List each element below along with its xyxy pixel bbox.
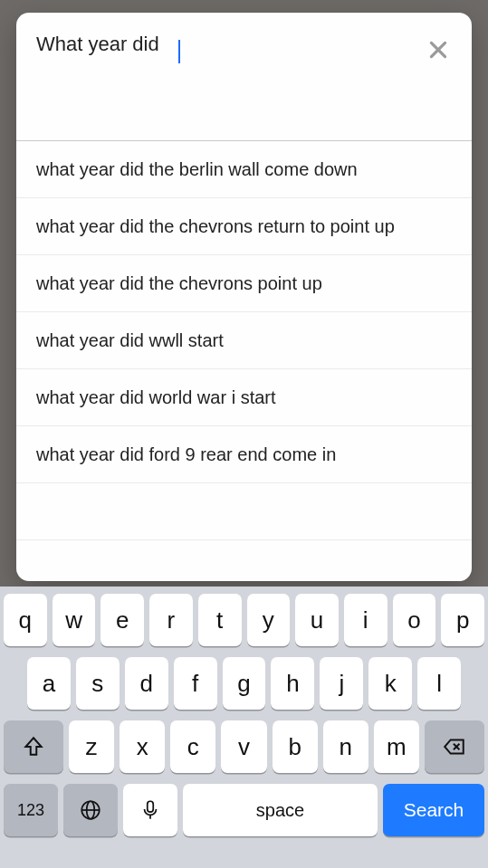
key-search[interactable]: Search [383,784,484,836]
key-e[interactable]: e [100,594,144,646]
svg-rect-7 [148,801,154,812]
key-f[interactable]: f [174,657,217,710]
keyboard-row: a s d f g h j k l [4,657,484,710]
key-x[interactable]: x [120,720,165,773]
key-space[interactable]: space [183,784,378,836]
key-numbers[interactable]: 123 [4,784,58,836]
search-input[interactable] [16,13,408,56]
key-i[interactable]: i [344,594,388,646]
key-p[interactable]: p [441,594,484,646]
key-q[interactable]: q [4,594,47,646]
key-g[interactable]: g [223,657,266,710]
key-h[interactable]: h [271,657,314,710]
keyboard-row: q w e r t y u i o p [4,594,484,646]
key-shift[interactable] [4,720,63,773]
key-z[interactable]: z [69,720,114,773]
key-j[interactable]: j [320,657,363,710]
key-m[interactable]: m [374,720,419,773]
key-dictation[interactable] [123,784,177,836]
search-card: what year did the berlin wall come down … [16,13,472,581]
key-v[interactable]: v [221,720,266,773]
suggestion-item[interactable]: what year did world war i start [16,369,472,426]
key-backspace[interactable] [425,720,484,773]
close-button[interactable] [423,34,454,65]
key-t[interactable]: t [198,594,242,646]
keyboard-row: z x c v b n m [4,720,484,773]
key-d[interactable]: d [125,657,168,710]
globe-icon [79,798,102,822]
key-c[interactable]: c [170,720,215,773]
key-u[interactable]: u [295,594,339,646]
key-k[interactable]: k [368,657,412,710]
suggestion-item[interactable]: what year did wwll start [16,312,472,369]
key-r[interactable]: r [149,594,193,646]
key-a[interactable]: a [27,657,71,710]
suggestion-item[interactable]: what year did the chevrons point up [16,255,472,312]
key-b[interactable]: b [273,720,318,773]
suggestion-item[interactable]: what year did ford 9 rear end come in [16,426,472,483]
key-globe[interactable] [63,784,118,836]
shift-icon [22,735,45,758]
suggestions-list: what year did the berlin wall come down … [16,141,472,581]
key-s[interactable]: s [76,657,120,710]
key-w[interactable]: w [53,594,96,646]
backspace-icon [443,735,466,758]
key-o[interactable]: o [393,594,436,646]
search-area [16,13,472,141]
suggestion-item[interactable]: what year did the berlin wall come down [16,141,472,198]
key-n[interactable]: n [323,720,368,773]
microphone-icon [139,798,162,822]
key-l[interactable]: l [417,657,461,710]
keyboard-row: 123 space Search [4,784,484,836]
suggestion-item[interactable]: what year did the chevrons return to poi… [16,198,472,255]
key-y[interactable]: y [247,594,291,646]
on-screen-keyboard: q w e r t y u i o p a s d f g h j k l z … [0,587,488,868]
close-icon [426,38,450,62]
text-caret [178,40,180,63]
empty-row [16,483,472,540]
